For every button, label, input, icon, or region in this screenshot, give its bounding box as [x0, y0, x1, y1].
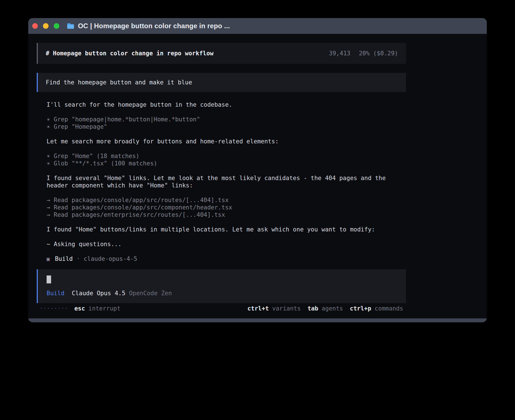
session-header: # Homepage button color change in repo w… — [37, 43, 406, 64]
spinner-dots: ········ — [40, 305, 68, 312]
agent-separator: · — [77, 255, 80, 262]
tool-call-group: ∗ Grep "homepage|home.*button|Home.*butt… — [47, 116, 396, 130]
session-stats: 39,413 20% ($0.29) — [329, 50, 398, 57]
agent-model: claude-opus-4-5 — [84, 255, 137, 262]
tool-call-line: ∗ Grep "Homepage" — [47, 123, 396, 130]
terminal-content: # Homepage button color change in repo w… — [28, 34, 487, 318]
shortcut-label: variants — [272, 305, 301, 312]
shortcut-key: tab — [307, 305, 318, 312]
prompt-editor[interactable]: Build Claude Opus 4.5 OpenCode Zen — [37, 269, 406, 303]
tool-call-line: ∗ Grep "Home" (18 matches) — [47, 152, 396, 160]
editor-provider: OpenCode Zen — [129, 290, 172, 297]
tool-call-line: → Read packages/console/app/src/routes/[… — [47, 196, 396, 204]
token-count: 39,413 — [329, 50, 350, 57]
status-left: ········ esc interrupt — [40, 305, 121, 312]
tool-call-line: ∗ Glob "**/*.tsx" (100 matches) — [47, 160, 396, 167]
agent-icon: ▣ — [47, 255, 50, 262]
context-cost: 20% ($0.29) — [359, 50, 398, 57]
tool-call-group: → Read packages/console/app/src/routes/[… — [47, 196, 396, 218]
shortcut-label: agents — [322, 305, 343, 312]
assistant-text: I found "Home" buttons/links in multiple… — [47, 226, 396, 233]
folder-icon — [67, 23, 75, 29]
assistant-text: I found several "Home" links. Let me loo… — [47, 174, 396, 189]
user-message: Find the homepage button and make it blu… — [37, 73, 406, 92]
editor-meta: Build Claude Opus 4.5 OpenCode Zen — [47, 290, 397, 297]
minimize-button[interactable] — [43, 23, 49, 29]
shortcut-commands: ctrl+p commands — [350, 305, 403, 312]
close-button[interactable] — [32, 23, 38, 29]
text-cursor — [47, 275, 51, 283]
shortcut-label: interrupt — [88, 305, 121, 312]
zoom-button[interactable] — [54, 23, 59, 29]
tool-call-line: → Read packages/console/app/src/componen… — [47, 204, 396, 211]
shortcut-key: ctrl+p — [350, 305, 371, 312]
terminal-window: OC | Homepage button color change in rep… — [28, 18, 487, 322]
shortcut-agents: tab agents — [307, 305, 343, 312]
shortcut-label: commands — [375, 305, 403, 312]
shortcut-key: ctrl+t — [247, 305, 269, 312]
tool-call-line: ∗ Grep "homepage|home.*button|Home.*butt… — [47, 116, 396, 123]
window-title: OC | Homepage button color change in rep… — [78, 22, 230, 30]
tool-call-line: → Read packages/enterprise/src/routes/[.… — [47, 211, 396, 218]
traffic-lights — [32, 23, 59, 29]
agent-name: Build — [55, 255, 73, 262]
shortcut-variants: ctrl+t variants — [247, 305, 301, 312]
assistant-text: I'll search for the homepage button in t… — [47, 101, 396, 108]
shortcut-key: esc — [74, 305, 85, 312]
session-title: # Homepage button color change in repo w… — [46, 50, 213, 57]
session-column: # Homepage button color change in repo w… — [37, 43, 406, 312]
shortcut-interrupt: esc interrupt — [74, 305, 121, 312]
assistant-text: Let me search more broadly for buttons a… — [47, 138, 396, 145]
status-bar: ········ esc interrupt ctrl+t variants t… — [37, 305, 406, 312]
assistant-status-text: ~ Asking questions... — [47, 240, 396, 248]
editor-model: Claude Opus 4.5 — [72, 290, 125, 297]
titlebar-title-group: OC | Homepage button color change in rep… — [67, 22, 230, 30]
editor-mode: Build — [47, 290, 64, 297]
agent-status-line: ▣ Build · claude-opus-4-5 — [47, 255, 396, 262]
window-titlebar[interactable]: OC | Homepage button color change in rep… — [28, 18, 487, 34]
user-message-text: Find the homepage button and make it blu… — [46, 79, 192, 86]
tool-call-group: ∗ Grep "Home" (18 matches) ∗ Glob "**/*.… — [47, 152, 396, 167]
assistant-response: I'll search for the homepage button in t… — [37, 92, 406, 262]
status-right: ctrl+t variants tab agents ctrl+p comman… — [247, 305, 403, 312]
